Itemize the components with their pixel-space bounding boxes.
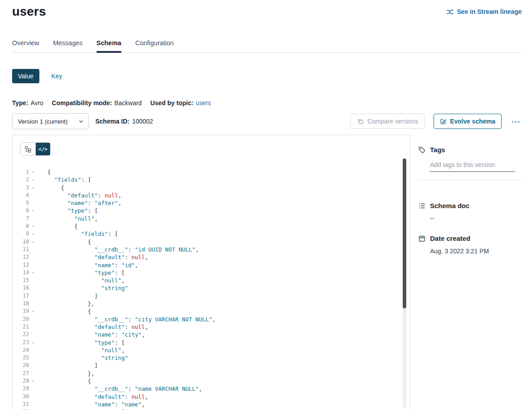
code-line: 28▾{: [13, 377, 410, 385]
code-token: ,: [196, 246, 199, 253]
code-token: "name": [68, 200, 88, 206]
line-number: 15: [13, 277, 29, 284]
line-number: 17: [13, 292, 29, 300]
fold-arrow-icon[interactable]: ▾: [29, 184, 37, 192]
code-view-button[interactable]: </>: [35, 143, 50, 155]
code-token: : [: [115, 339, 125, 346]
code-token: : [: [115, 269, 125, 276]
tab-messages[interactable]: Messages: [53, 39, 82, 52]
code-token: ]: [94, 293, 98, 299]
code-token: "__crdb__": [94, 385, 128, 392]
fold-arrow-icon[interactable]: ▾: [29, 230, 37, 238]
fold-spacer: [29, 385, 37, 393]
fold-arrow-icon[interactable]: ▾: [29, 222, 37, 230]
page: users See in Stream lineage OverviewMess…: [0, 0, 532, 410]
code-token: "__crdb__": [94, 316, 128, 323]
code-token: "default": [94, 393, 125, 400]
code-line: 10▾{: [13, 238, 410, 246]
code-token: "city": [121, 331, 141, 338]
line-number: 12: [13, 253, 29, 261]
line-number: 4: [13, 192, 29, 199]
line-number: 13: [13, 261, 29, 269]
fold-arrow-icon[interactable]: ▾: [29, 207, 37, 214]
code-line: 11"__crdb__": "id UUID NOT NULL",: [13, 246, 410, 253]
code-token: ,: [141, 401, 145, 408]
fold-arrow-icon[interactable]: ▾: [29, 408, 37, 410]
key-toggle-button[interactable]: Key: [51, 73, 62, 80]
schema-actions: Compare versions Evolve schema ⋯: [350, 114, 522, 129]
schema-id-label: Schema ID:: [95, 118, 129, 125]
code-token: {: [88, 378, 91, 384]
fold-spacer: [29, 370, 37, 377]
line-number: 26: [13, 362, 29, 369]
fold-arrow-icon[interactable]: ▾: [29, 377, 37, 385]
line-number: 20: [13, 316, 29, 323]
fold-arrow-icon[interactable]: ▾: [29, 269, 37, 277]
tags-title: Tags: [430, 146, 445, 154]
code-line-text: "name": "after",: [37, 199, 121, 207]
code-token: },: [88, 370, 94, 377]
code-token: :: [125, 393, 132, 400]
line-number: 18: [13, 300, 29, 308]
fold-spacer: [29, 284, 37, 292]
line-number: 22: [13, 331, 29, 338]
code-line: 25"string": [13, 354, 410, 362]
add-tags-input[interactable]: [430, 161, 515, 172]
code-view-icon: </>: [38, 146, 47, 152]
code-token: ,: [121, 277, 125, 284]
tab-schema[interactable]: Schema: [97, 39, 122, 52]
date-created-value: Aug. 3 2022 3:21 PM: [430, 248, 522, 255]
code-token: ,: [145, 324, 149, 330]
topic-link[interactable]: users: [196, 99, 211, 107]
evolve-schema-button[interactable]: Evolve schema: [434, 114, 502, 129]
line-number: 11: [13, 246, 29, 253]
code-line: 14▾"type": [: [13, 269, 410, 277]
version-select[interactable]: Version 1 (current): [12, 113, 89, 129]
fold-arrow-icon[interactable]: ▾: [29, 238, 37, 246]
code-line-text: "name": "id",: [37, 261, 138, 269]
code-token: },: [88, 300, 94, 307]
line-number: 30: [13, 393, 29, 401]
code-token: "__crdb__": [94, 246, 128, 253]
fold-arrow-icon[interactable]: ▾: [29, 339, 37, 346]
fold-spacer: [29, 261, 37, 269]
meta-type-value: Avro: [30, 99, 43, 107]
line-number: 2: [13, 176, 29, 184]
code-scrollbar-track[interactable]: [403, 158, 406, 408]
meta-type-label: Type:: [12, 99, 28, 107]
more-actions-button[interactable]: ⋯: [510, 117, 522, 126]
fold-arrow-icon[interactable]: ▾: [29, 168, 37, 176]
code-scrollbar-thumb[interactable]: [403, 158, 406, 308]
code-line-text: {: [37, 238, 91, 246]
code-token: :: [125, 254, 132, 261]
stream-lineage-link[interactable]: See in Stream lineage: [446, 8, 522, 16]
code-line: 2▾"fields": [: [13, 176, 410, 184]
code-line: 31"name": "name",: [13, 401, 410, 408]
tab-configuration[interactable]: Configuration: [135, 39, 174, 52]
fold-spacer: [29, 292, 37, 300]
line-number: 10: [13, 238, 29, 246]
code-token: ,: [145, 393, 149, 400]
code-token: "name": [94, 401, 115, 408]
code-token: "null": [101, 277, 121, 284]
line-number: 8: [13, 222, 29, 230]
fold-arrow-icon[interactable]: ▾: [29, 308, 37, 315]
compare-versions-button[interactable]: Compare versions: [350, 114, 425, 129]
stream-lineage-label: See in Stream lineage: [457, 8, 522, 15]
code-token: "name VARCHAR NULL": [135, 385, 199, 392]
tab-overview[interactable]: Overview: [12, 39, 39, 52]
code-line-text: "default": null,: [37, 253, 148, 261]
schema-doc-header: Schema doc: [418, 202, 522, 209]
code-token: {: [61, 184, 64, 191]
code-token: "after": [94, 200, 118, 206]
line-number: 31: [13, 401, 29, 408]
code-line: 15"null",: [13, 277, 410, 284]
code-line: 23▾"type": [: [13, 339, 410, 346]
fold-arrow-icon[interactable]: ▾: [29, 176, 37, 184]
code-token: {: [88, 308, 91, 315]
meta-type: Type: Avro: [12, 99, 43, 107]
value-toggle-button[interactable]: Value: [12, 69, 39, 83]
code-token: "id": [121, 262, 135, 269]
fold-spacer: [29, 300, 37, 308]
tree-view-button[interactable]: [21, 143, 35, 155]
